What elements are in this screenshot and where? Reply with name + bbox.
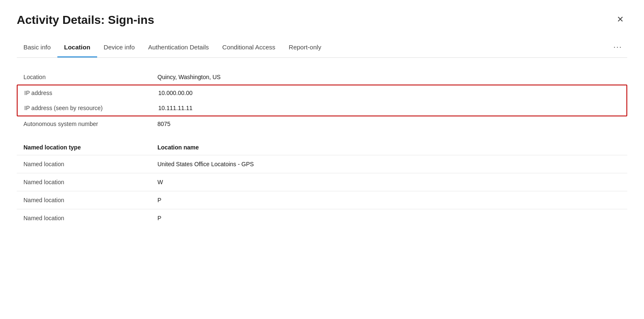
named-location-type-2: Named location xyxy=(23,179,157,185)
tab-authentication-details[interactable]: Authentication Details xyxy=(142,39,216,57)
panel-title: Activity Details: Sign-ins xyxy=(17,13,154,27)
ip-address-value: 10.000.00.00 xyxy=(158,90,620,96)
tab-report-only[interactable]: Report-only xyxy=(282,39,328,57)
ip-address-label: IP address xyxy=(24,90,158,96)
tabs-nav: Basic info Location Device info Authenti… xyxy=(17,39,627,58)
table-row: Named location P xyxy=(17,209,627,227)
tabs-more-button[interactable]: ··· xyxy=(608,39,627,57)
ip-address-resource-row: IP address (seen by resource) 10.111.11.… xyxy=(18,100,626,116)
tab-conditional-access[interactable]: Conditional Access xyxy=(216,39,282,57)
ip-address-resource-label: IP address (seen by resource) xyxy=(24,105,158,111)
location-name-3: P xyxy=(157,197,621,203)
named-location-type-4: Named location xyxy=(23,215,157,221)
close-button[interactable]: ✕ xyxy=(613,13,627,25)
named-location-type-3: Named location xyxy=(23,197,157,203)
asn-value: 8075 xyxy=(157,121,621,127)
location-name-4: P xyxy=(157,215,621,221)
table-row: Named location P xyxy=(17,191,627,209)
named-location-type-1: Named location xyxy=(23,161,157,167)
panel-header: Activity Details: Sign-ins ✕ xyxy=(17,13,627,27)
location-label: Location xyxy=(23,74,157,80)
location-value: Quincy, Washington, US xyxy=(157,74,621,80)
activity-details-panel: Activity Details: Sign-ins ✕ Basic info … xyxy=(0,0,644,319)
tab-device-info[interactable]: Device info xyxy=(97,39,142,57)
table-row: Named location United States Office Loca… xyxy=(17,155,627,173)
col1-header: Named location type xyxy=(23,144,157,151)
col2-header: Location name xyxy=(157,144,621,151)
asn-label: Autonomous system number xyxy=(23,121,157,127)
tab-basic-info[interactable]: Basic info xyxy=(17,39,57,57)
table-row: Named location W xyxy=(17,173,627,191)
location-row: Location Quincy, Washington, US xyxy=(17,69,627,85)
location-name-2: W xyxy=(157,179,621,185)
ip-address-resource-value: 10.111.11.11 xyxy=(158,105,620,111)
ip-address-row: IP address 10.000.00.00 xyxy=(18,85,626,100)
tab-location[interactable]: Location xyxy=(57,39,97,57)
named-location-table-header: Named location type Location name xyxy=(17,138,627,155)
ip-highlight-box: IP address 10.000.00.00 IP address (seen… xyxy=(17,85,627,116)
asn-row: Autonomous system number 8075 xyxy=(17,116,627,131)
tab-content: Location Quincy, Washington, US IP addre… xyxy=(17,58,627,227)
location-name-1: United States Office Locatoins - GPS xyxy=(157,161,621,167)
